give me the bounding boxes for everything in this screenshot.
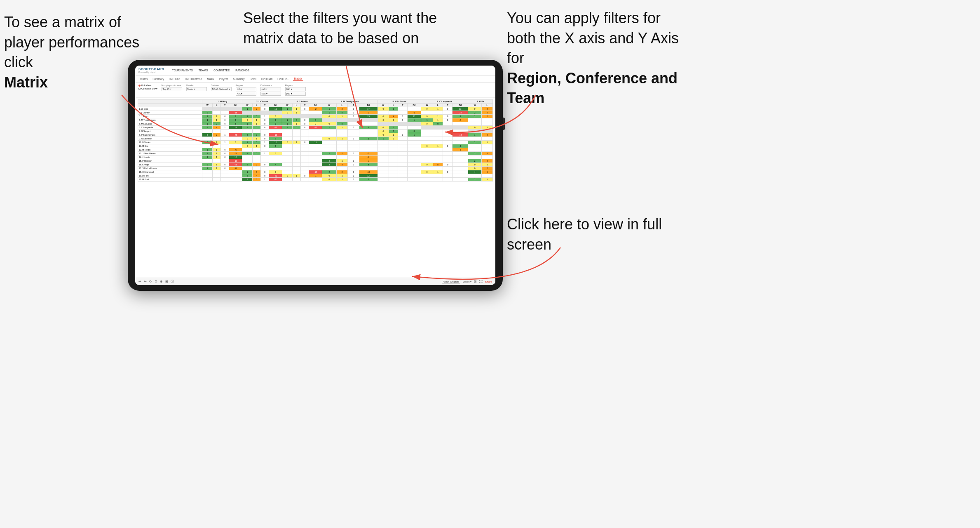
players-select1[interactable]: (All) ▾ (285, 87, 306, 91)
filter-region: Region N/A ▾ N/A ▾ (236, 84, 256, 96)
matrix-cell (389, 144, 398, 148)
nav-items: TOURNAMENTS TEAMS COMMITTEE RANKINGS (171, 68, 251, 73)
matrix-cell (421, 174, 433, 178)
matrix-cell: 2 (242, 126, 253, 130)
matrix-cell (421, 148, 433, 152)
matrix-cell: 13 (452, 107, 468, 111)
matrix-cell: 1 (269, 118, 282, 122)
matrix-cell (213, 159, 221, 163)
compact-view-label: Compact View (141, 87, 157, 90)
full-view-option[interactable]: Full View (138, 84, 157, 87)
division-select[interactable]: NCAA Division I ▾ (211, 87, 232, 91)
undo-button[interactable]: ↩ (138, 280, 141, 283)
logo-sub: Powered by clippd (138, 71, 164, 73)
matrix-cell (421, 178, 433, 182)
subnav-teams[interactable]: Teams (138, 77, 149, 81)
matrix-cell (336, 144, 348, 148)
player-name-cell: 5. M La Sasso (138, 122, 202, 126)
max-players-select[interactable]: Top 25 ▾ (162, 87, 182, 91)
region-select1[interactable]: N/A ▾ (236, 87, 256, 91)
full-view-radio[interactable] (138, 85, 141, 87)
matrix-cell: 1 (407, 118, 421, 122)
settings-button[interactable]: ⚙ (155, 280, 157, 283)
matrix-cell: 3 (322, 163, 336, 167)
matrix-cell (242, 148, 253, 152)
view-options: Full View Compact View (138, 84, 157, 90)
matrix-cell: 0 (348, 174, 359, 178)
matrix-cell: 1 (433, 118, 443, 122)
nav-teams[interactable]: TEAMS (197, 68, 209, 73)
gender-select[interactable]: Men's ▾ (186, 87, 207, 91)
info-button[interactable]: ⓘ (171, 279, 174, 284)
conference-select1[interactable]: (All) ▾ (260, 87, 281, 91)
subnav-matrix[interactable]: Matrix (206, 77, 216, 81)
matrix-cell: 0 (377, 133, 389, 137)
region-select2[interactable]: N/A ▾ (236, 92, 256, 96)
matrix-cell: 3 (452, 115, 468, 118)
matrix-cell (398, 141, 407, 144)
matrix-cell: -16 (229, 111, 242, 115)
subnav-h2h-grid2[interactable]: H2H Grid (260, 77, 274, 81)
h-l1: L (213, 104, 221, 107)
matrix-cell (377, 148, 389, 152)
subnav-h2h-grid[interactable]: H2H Grid (168, 77, 181, 81)
matrix-cell (242, 130, 253, 133)
subnav-matrix-active[interactable]: Matrix (293, 77, 303, 81)
matrix-cell (389, 148, 398, 152)
matrix-cell (443, 141, 452, 144)
matrix-cell (221, 144, 229, 148)
nav-tournaments[interactable]: TOURNAMENTS (171, 68, 194, 73)
subnav-summary[interactable]: Summary (151, 77, 165, 81)
compact-view-radio[interactable] (138, 88, 141, 90)
matrix-cell (377, 152, 389, 156)
layout-button[interactable]: ⊞ (165, 280, 168, 283)
subnav-players[interactable]: Players (218, 77, 230, 81)
subnav-summary2[interactable]: Summary (232, 77, 246, 81)
matrix-cell (433, 126, 443, 130)
matrix-cell (482, 174, 493, 178)
cast-button[interactable]: ⊡ (474, 280, 477, 283)
redo-button[interactable]: ↪ (144, 280, 147, 283)
player-name-cell: 7. G Sargent (138, 130, 202, 133)
conference-select2[interactable]: (All) ▾ (260, 92, 281, 96)
subnav-h2h-heatmap[interactable]: H2H Heatmap (184, 77, 203, 81)
matrix-cell (421, 156, 433, 159)
matrix-cell: 1 (221, 133, 229, 137)
matrix-cell (282, 163, 293, 167)
matrix-cell (309, 148, 322, 152)
view-label[interactable]: View: Original (442, 280, 460, 284)
col-group-5: 5. M La Sasso (377, 100, 421, 104)
matrix-cell: 0 (221, 148, 229, 152)
zoom-button[interactable]: ⊕ (160, 280, 163, 283)
matrix-cell: 5 (482, 170, 493, 174)
matrix-cell (377, 122, 389, 126)
matrix-cell: -1 (309, 174, 322, 178)
matrix-cell (309, 163, 322, 167)
players-select2[interactable]: (All) ▾ (285, 92, 306, 96)
watch-button[interactable]: Watch ▾ (463, 280, 471, 283)
nav-rankings[interactable]: RANKINGS (234, 68, 251, 73)
matrix-cell: 1 (322, 107, 336, 111)
matrix-cell (309, 115, 322, 118)
subnav-h2hhe[interactable]: H2H He... (276, 77, 291, 81)
matrix-cell (261, 159, 269, 163)
matrix-cell: 3 (336, 163, 348, 167)
matrix-cell: -16 (269, 126, 282, 130)
matrix-cell (293, 170, 301, 174)
matrix-cell (407, 144, 421, 148)
subnav-detail[interactable]: Detail (248, 77, 258, 81)
matrix-cell: 0 (301, 122, 309, 126)
matrix-cell (443, 137, 452, 141)
matrix-cell (293, 137, 301, 141)
matrix-cell (398, 111, 407, 115)
matrix-cell (407, 137, 421, 141)
matrix-cell: 0 (282, 111, 293, 115)
compact-view-option[interactable]: Compact View (138, 87, 157, 90)
nav-committee[interactable]: COMMITTEE (212, 68, 231, 73)
refresh-button[interactable]: ⟳ (149, 280, 152, 283)
matrix-cell (336, 133, 348, 137)
col-group-6: 6. C Lamprecht (421, 100, 468, 104)
share-button[interactable]: Share (485, 280, 492, 283)
matrix-cell (221, 130, 229, 133)
fullscreen-button[interactable]: ⛶ (479, 280, 483, 283)
